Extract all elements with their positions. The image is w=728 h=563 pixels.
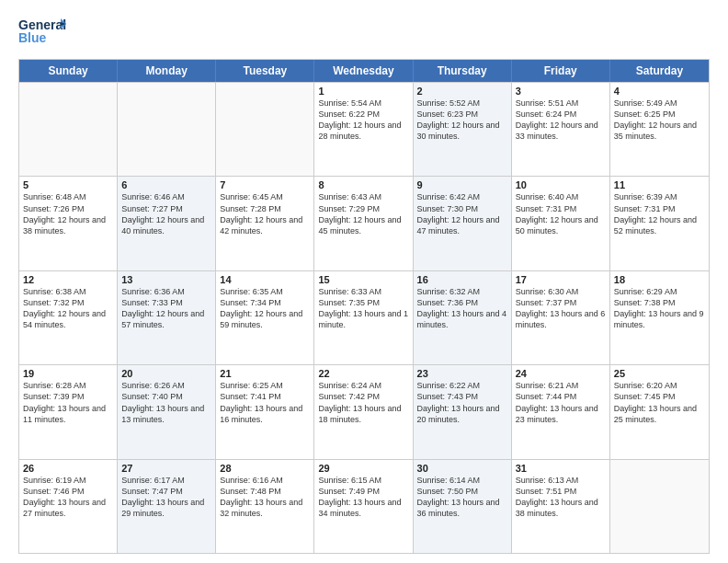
calendar-cell: 17Sunrise: 6:30 AM Sunset: 7:37 PM Dayli…	[512, 271, 610, 364]
day-number: 4	[614, 86, 705, 97]
calendar-cell: 23Sunrise: 6:22 AM Sunset: 7:43 PM Dayli…	[414, 365, 512, 458]
header: General Blue	[18, 15, 710, 50]
calendar-cell: 2Sunrise: 5:52 AM Sunset: 6:23 PM Daylig…	[414, 83, 512, 176]
day-number: 29	[318, 463, 408, 474]
svg-text:Blue: Blue	[18, 30, 47, 45]
cell-text: Sunrise: 6:43 AM Sunset: 7:29 PM Dayligh…	[318, 191, 408, 236]
cell-text: Sunrise: 6:16 AM Sunset: 7:48 PM Dayligh…	[220, 475, 310, 520]
day-number: 12	[23, 274, 113, 285]
calendar: SundayMondayTuesdayWednesdayThursdayFrid…	[18, 59, 710, 554]
weekday-header-friday: Friday	[512, 60, 610, 82]
cell-text: Sunrise: 6:19 AM Sunset: 7:46 PM Dayligh…	[23, 475, 113, 520]
cell-text: Sunrise: 6:32 AM Sunset: 7:36 PM Dayligh…	[417, 286, 507, 331]
calendar-row-5: 26Sunrise: 6:19 AM Sunset: 7:46 PM Dayli…	[19, 459, 709, 553]
day-number: 1	[318, 86, 408, 97]
calendar-cell: 4Sunrise: 5:49 AM Sunset: 6:25 PM Daylig…	[610, 83, 709, 176]
calendar-cell	[216, 83, 314, 176]
calendar-row-4: 19Sunrise: 6:28 AM Sunset: 7:39 PM Dayli…	[19, 364, 709, 458]
calendar-cell	[610, 460, 709, 553]
day-number: 30	[417, 463, 507, 474]
calendar-cell: 3Sunrise: 5:51 AM Sunset: 6:24 PM Daylig…	[512, 83, 610, 176]
calendar-cell: 12Sunrise: 6:38 AM Sunset: 7:32 PM Dayli…	[19, 271, 118, 364]
cell-text: Sunrise: 6:35 AM Sunset: 7:34 PM Dayligh…	[220, 286, 310, 331]
calendar-cell: 15Sunrise: 6:33 AM Sunset: 7:35 PM Dayli…	[314, 271, 413, 364]
cell-text: Sunrise: 6:45 AM Sunset: 7:28 PM Dayligh…	[220, 191, 310, 236]
day-number: 6	[121, 179, 211, 190]
day-number: 28	[220, 463, 310, 474]
cell-text: Sunrise: 6:26 AM Sunset: 7:40 PM Dayligh…	[121, 380, 211, 425]
calendar-cell: 19Sunrise: 6:28 AM Sunset: 7:39 PM Dayli…	[19, 365, 118, 458]
calendar-cell: 1Sunrise: 5:54 AM Sunset: 6:22 PM Daylig…	[314, 83, 413, 176]
cell-text: Sunrise: 6:38 AM Sunset: 7:32 PM Dayligh…	[23, 286, 113, 331]
day-number: 20	[121, 368, 211, 379]
day-number: 17	[516, 274, 606, 285]
calendar-cell: 21Sunrise: 6:25 AM Sunset: 7:41 PM Dayli…	[216, 365, 314, 458]
day-number: 15	[318, 274, 408, 285]
day-number: 13	[121, 274, 211, 285]
cell-text: Sunrise: 6:33 AM Sunset: 7:35 PM Dayligh…	[318, 286, 408, 331]
calendar-cell: 24Sunrise: 6:21 AM Sunset: 7:44 PM Dayli…	[512, 365, 610, 458]
day-number: 5	[23, 179, 113, 190]
cell-text: Sunrise: 6:13 AM Sunset: 7:51 PM Dayligh…	[516, 475, 606, 520]
day-number: 31	[516, 463, 606, 474]
weekday-header-monday: Monday	[118, 60, 216, 82]
calendar-cell: 29Sunrise: 6:15 AM Sunset: 7:49 PM Dayli…	[314, 460, 413, 553]
calendar-cell: 8Sunrise: 6:43 AM Sunset: 7:29 PM Daylig…	[314, 177, 413, 270]
day-number: 24	[516, 368, 606, 379]
cell-text: Sunrise: 6:24 AM Sunset: 7:42 PM Dayligh…	[318, 380, 408, 425]
calendar-cell: 18Sunrise: 6:29 AM Sunset: 7:38 PM Dayli…	[610, 271, 709, 364]
calendar-cell: 5Sunrise: 6:48 AM Sunset: 7:26 PM Daylig…	[19, 177, 118, 270]
cell-text: Sunrise: 6:20 AM Sunset: 7:45 PM Dayligh…	[614, 380, 705, 425]
cell-text: Sunrise: 6:42 AM Sunset: 7:30 PM Dayligh…	[417, 191, 507, 236]
cell-text: Sunrise: 5:52 AM Sunset: 6:23 PM Dayligh…	[417, 98, 507, 143]
cell-text: Sunrise: 6:14 AM Sunset: 7:50 PM Dayligh…	[417, 475, 507, 520]
cell-text: Sunrise: 6:46 AM Sunset: 7:27 PM Dayligh…	[121, 191, 211, 236]
calendar-cell: 7Sunrise: 6:45 AM Sunset: 7:28 PM Daylig…	[216, 177, 314, 270]
calendar-cell: 16Sunrise: 6:32 AM Sunset: 7:36 PM Dayli…	[414, 271, 512, 364]
logo: General Blue	[18, 15, 66, 50]
cell-text: Sunrise: 6:17 AM Sunset: 7:47 PM Dayligh…	[121, 475, 211, 520]
cell-text: Sunrise: 5:54 AM Sunset: 6:22 PM Dayligh…	[318, 98, 408, 143]
cell-text: Sunrise: 6:25 AM Sunset: 7:41 PM Dayligh…	[220, 380, 310, 425]
calendar-row-2: 5Sunrise: 6:48 AM Sunset: 7:26 PM Daylig…	[19, 176, 709, 270]
calendar-cell	[19, 83, 118, 176]
calendar-cell: 14Sunrise: 6:35 AM Sunset: 7:34 PM Dayli…	[216, 271, 314, 364]
day-number: 3	[516, 86, 606, 97]
day-number: 14	[220, 274, 310, 285]
day-number: 10	[516, 179, 606, 190]
calendar-cell	[118, 83, 216, 176]
calendar-row-3: 12Sunrise: 6:38 AM Sunset: 7:32 PM Dayli…	[19, 270, 709, 364]
day-number: 11	[614, 179, 705, 190]
logo-icon: General Blue	[18, 15, 66, 50]
calendar-cell: 9Sunrise: 6:42 AM Sunset: 7:30 PM Daylig…	[414, 177, 512, 270]
calendar-cell: 6Sunrise: 6:46 AM Sunset: 7:27 PM Daylig…	[118, 177, 216, 270]
calendar-cell: 11Sunrise: 6:39 AM Sunset: 7:31 PM Dayli…	[610, 177, 709, 270]
day-number: 9	[417, 179, 507, 190]
day-number: 27	[121, 463, 211, 474]
cell-text: Sunrise: 6:48 AM Sunset: 7:26 PM Dayligh…	[23, 191, 113, 236]
cell-text: Sunrise: 6:40 AM Sunset: 7:31 PM Dayligh…	[516, 191, 606, 236]
cell-text: Sunrise: 5:49 AM Sunset: 6:25 PM Dayligh…	[614, 98, 705, 143]
cell-text: Sunrise: 6:39 AM Sunset: 7:31 PM Dayligh…	[614, 191, 705, 236]
day-number: 8	[318, 179, 408, 190]
cell-text: Sunrise: 6:36 AM Sunset: 7:33 PM Dayligh…	[121, 286, 211, 331]
calendar-cell: 10Sunrise: 6:40 AM Sunset: 7:31 PM Dayli…	[512, 177, 610, 270]
calendar-cell: 20Sunrise: 6:26 AM Sunset: 7:40 PM Dayli…	[118, 365, 216, 458]
calendar-cell: 22Sunrise: 6:24 AM Sunset: 7:42 PM Dayli…	[314, 365, 413, 458]
cell-text: Sunrise: 6:28 AM Sunset: 7:39 PM Dayligh…	[23, 380, 113, 425]
day-number: 25	[614, 368, 705, 379]
cell-text: Sunrise: 6:29 AM Sunset: 7:38 PM Dayligh…	[614, 286, 705, 331]
cell-text: Sunrise: 6:30 AM Sunset: 7:37 PM Dayligh…	[516, 286, 606, 331]
calendar-cell: 31Sunrise: 6:13 AM Sunset: 7:51 PM Dayli…	[512, 460, 610, 553]
calendar-body: 1Sunrise: 5:54 AM Sunset: 6:22 PM Daylig…	[19, 82, 709, 553]
calendar-cell: 13Sunrise: 6:36 AM Sunset: 7:33 PM Dayli…	[118, 271, 216, 364]
day-number: 18	[614, 274, 705, 285]
cell-text: Sunrise: 6:21 AM Sunset: 7:44 PM Dayligh…	[516, 380, 606, 425]
weekday-header-sunday: Sunday	[19, 60, 118, 82]
day-number: 26	[23, 463, 113, 474]
day-number: 7	[220, 179, 310, 190]
day-number: 23	[417, 368, 507, 379]
cell-text: Sunrise: 5:51 AM Sunset: 6:24 PM Dayligh…	[516, 98, 606, 143]
calendar-cell: 30Sunrise: 6:14 AM Sunset: 7:50 PM Dayli…	[414, 460, 512, 553]
weekday-header-saturday: Saturday	[610, 60, 709, 82]
